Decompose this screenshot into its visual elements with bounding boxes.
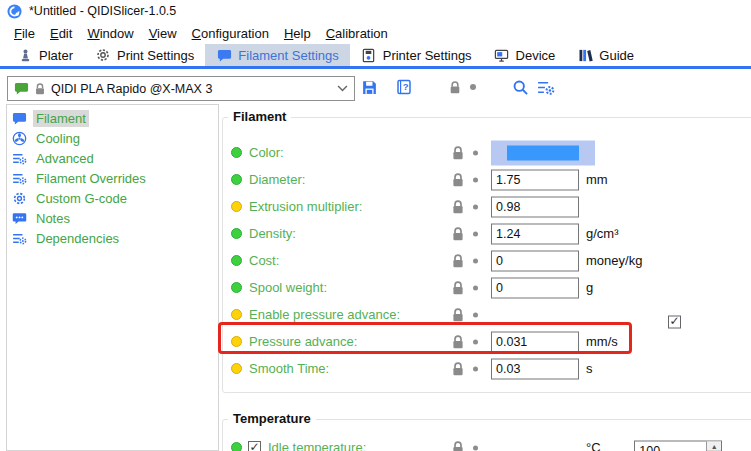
modified-dot[interactable] — [473, 258, 478, 263]
density-input[interactable] — [491, 223, 579, 244]
tab-accent-underline — [0, 66, 751, 69]
list-gear-icon — [11, 150, 27, 166]
modified-dot[interactable] — [473, 445, 478, 450]
sidebar-item-dependencies[interactable]: Dependencies — [7, 228, 218, 248]
tab-device[interactable]: Device — [483, 44, 567, 66]
green-dot-icon — [231, 255, 242, 266]
tab-guide[interactable]: Guide — [566, 44, 645, 66]
tab-label: Printer Settings — [383, 48, 472, 63]
green-dot-icon — [231, 174, 242, 185]
tab-label: Guide — [599, 48, 634, 63]
help-book-icon: ? — [396, 79, 412, 95]
color-swatch — [507, 145, 579, 160]
menu-bar: File Edit Window View Configuration Help… — [0, 22, 751, 44]
title-bar: *Untitled - QIDISlicer-1.0.5 — [0, 0, 751, 22]
idle-temperature-spinner: ▲ ▼ — [634, 440, 722, 451]
modified-dot[interactable] — [473, 177, 478, 182]
modified-dot[interactable] — [473, 231, 478, 236]
modified-dot[interactable] — [473, 339, 478, 344]
filament-green-icon — [14, 81, 29, 96]
setting-label: Spool weight: — [249, 280, 327, 295]
app-logo-icon — [7, 4, 22, 19]
extrusion-multiplier-input[interactable] — [491, 196, 579, 217]
lock-icon[interactable] — [451, 253, 465, 269]
save-preset-button[interactable] — [359, 77, 379, 97]
menu-edit[interactable]: Edit — [44, 24, 78, 43]
lock-icon[interactable] — [451, 280, 465, 296]
spin-up-button[interactable]: ▲ — [707, 441, 721, 451]
search-icon — [512, 79, 529, 96]
modified-dot[interactable] — [473, 366, 478, 371]
lock-icon[interactable] — [451, 361, 465, 377]
setting-row-spool-weight: Spool weight: g — [223, 274, 751, 301]
setting-row-idle-temperature: Idle temperature: ▲ ▼ °C — [223, 434, 751, 451]
sidebar-item-advanced[interactable]: Advanced — [7, 148, 218, 168]
setting-label: Cost: — [249, 253, 279, 268]
setting-label: Idle temperature: — [268, 440, 366, 451]
pressure-advance-input[interactable] — [491, 331, 579, 352]
sidebar-item-label: Custom G-code — [33, 190, 130, 207]
tab-filament-settings[interactable]: Filament Settings — [205, 44, 349, 66]
settings-list-icon — [537, 79, 555, 96]
sidebar-item-notes[interactable]: Notes — [7, 208, 218, 228]
setting-row-pressure-advance: Pressure advance: mm/s — [223, 328, 751, 355]
lock-icon[interactable] — [451, 307, 465, 323]
lock-icon[interactable] — [451, 199, 465, 215]
color-swatch-button[interactable] — [491, 140, 595, 165]
search-button[interactable] — [510, 77, 530, 97]
tab-print-settings[interactable]: Print Settings — [84, 44, 205, 66]
menu-calibration[interactable]: Calibration — [320, 24, 394, 43]
spool-weight-input[interactable] — [491, 277, 579, 298]
lock-toggle-button[interactable] — [447, 77, 463, 97]
spin-buttons: ▲ ▼ — [706, 441, 721, 451]
lock-icon[interactable] — [451, 334, 465, 350]
idle-temperature-checkbox[interactable] — [248, 441, 261, 451]
unit-label: g — [586, 280, 593, 295]
sidebar-item-cooling[interactable]: Cooling — [7, 128, 218, 148]
filament-icon — [216, 47, 232, 63]
cost-input[interactable] — [491, 250, 579, 271]
unit-label: s — [586, 361, 593, 376]
sidebar-item-filament-overrides[interactable]: Filament Overrides — [7, 168, 218, 188]
app-window: *Untitled - QIDISlicer-1.0.5 File Edit W… — [0, 0, 751, 451]
tab-plater[interactable]: Plater — [6, 44, 84, 66]
menu-window[interactable]: Window — [81, 24, 139, 43]
modified-dot[interactable] — [473, 150, 478, 155]
smooth-time-input[interactable] — [491, 358, 579, 379]
modified-dot[interactable] — [473, 285, 478, 290]
settings-list-button[interactable] — [536, 77, 556, 97]
guide-books-icon — [577, 47, 593, 63]
diameter-input[interactable] — [491, 169, 579, 190]
enable-pressure-advance-checkbox[interactable] — [668, 315, 681, 328]
sidebar-item-filament[interactable]: Filament — [7, 108, 218, 128]
setting-label: Color: — [249, 145, 284, 160]
setting-label: Pressure advance: — [249, 334, 357, 349]
modified-dot-button[interactable] — [467, 77, 479, 97]
setting-row-enable-pressure-advance: Enable pressure advance: — [223, 301, 751, 328]
unit-label: mm/s — [586, 334, 618, 349]
unit-label: °C — [586, 440, 601, 451]
lock-icon[interactable] — [451, 145, 465, 161]
help-book-button[interactable]: ? — [394, 77, 414, 97]
menu-file[interactable]: File — [8, 24, 41, 43]
printer-icon — [361, 47, 377, 63]
sidebar-item-label: Notes — [33, 210, 73, 227]
modified-dot — [470, 84, 476, 90]
menu-help[interactable]: Help — [278, 24, 317, 43]
lock-icon[interactable] — [451, 226, 465, 242]
menu-configuration[interactable]: Configuration — [186, 24, 275, 43]
tab-printer-settings[interactable]: Printer Settings — [350, 44, 483, 66]
lock-icon[interactable] — [451, 440, 465, 451]
preset-dropdown[interactable]: QIDI PLA Rapido @X-MAX 3 — [7, 76, 355, 101]
modified-dot[interactable] — [473, 312, 478, 317]
unit-label: mm — [586, 172, 608, 187]
unit-label: money/kg — [586, 253, 642, 268]
window-title: *Untitled - QIDISlicer-1.0.5 — [29, 4, 176, 18]
settings-category-sidebar: Filament Cooling — [6, 104, 219, 451]
modified-dot[interactable] — [473, 204, 478, 209]
setting-label: Enable pressure advance: — [249, 307, 400, 322]
sidebar-item-custom-gcode[interactable]: Custom G-code — [7, 188, 218, 208]
device-icon — [494, 47, 510, 63]
menu-view[interactable]: View — [143, 24, 183, 43]
lock-icon[interactable] — [451, 172, 465, 188]
